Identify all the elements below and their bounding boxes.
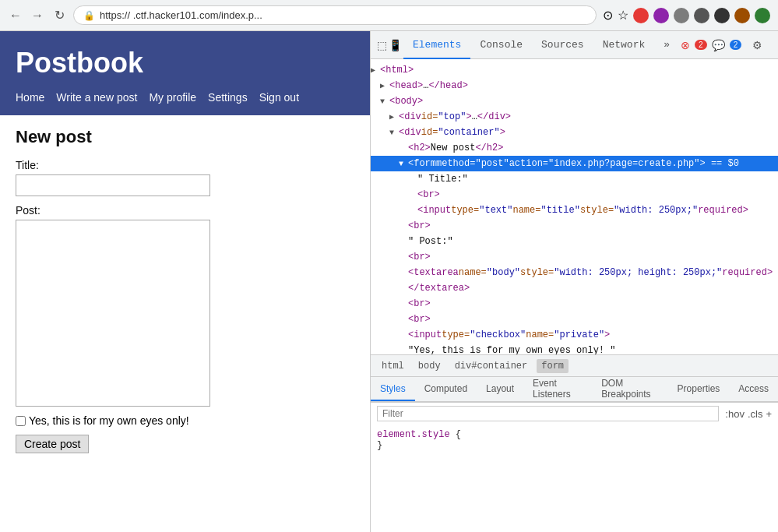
filter-input[interactable] xyxy=(377,406,719,421)
devtools-tabs: Elements Console Sources Network » xyxy=(403,31,679,58)
tab-styles[interactable]: Styles xyxy=(371,377,415,401)
inspect-element-button[interactable]: ⬚ xyxy=(377,34,387,56)
breadcrumb-body[interactable]: body xyxy=(414,359,445,373)
error-count: 2 xyxy=(695,40,707,50)
tab-computed[interactable]: Computed xyxy=(415,377,477,401)
nav-sign-out[interactable]: Sign out xyxy=(259,91,299,104)
devtools-topbar: ⬚ 📱 Elements Console Sources Network » ⊗… xyxy=(371,31,778,59)
breadcrumb-container[interactable]: div#container xyxy=(450,359,533,373)
message-count: 2 xyxy=(730,40,742,50)
html-line-input-title[interactable]: <input type="text" name="title" style="w… xyxy=(371,203,778,218)
expand-arrow[interactable]: ▶ xyxy=(380,80,389,92)
html-line-br3[interactable]: <br> xyxy=(371,249,778,265)
submit-button[interactable]: Create post xyxy=(16,435,89,453)
private-checkbox[interactable] xyxy=(16,416,26,426)
tab-console[interactable]: Console xyxy=(470,32,532,59)
avatar-6 xyxy=(734,8,750,23)
tab-event-listeners[interactable]: Event Listeners xyxy=(523,377,592,401)
html-line-eyes-text[interactable]: "Yes, this is for my own eyes only! " xyxy=(371,343,778,354)
title-input[interactable] xyxy=(16,174,210,196)
tab-sources[interactable]: Sources xyxy=(532,32,593,59)
expand-arrow[interactable]: ▶ xyxy=(389,111,399,123)
avatar-2 xyxy=(653,8,669,23)
new-post-form: Title: Post: Yes, this is for my own eye… xyxy=(16,159,354,453)
device-toolbar-button[interactable]: 📱 xyxy=(389,34,402,56)
site-header: Postbook Home Write a new post My profil… xyxy=(0,31,370,115)
devtools-bottom: Styles Computed Layout Event Listeners D… xyxy=(371,376,778,532)
style-rule-close: } xyxy=(377,440,772,451)
lock-icon: 🔒 xyxy=(83,10,95,21)
add-style-button[interactable]: + xyxy=(766,408,772,420)
devtools-panel: ⬚ 📱 Elements Console Sources Network » ⊗… xyxy=(370,31,778,532)
html-line-br2[interactable]: <br> xyxy=(371,218,778,234)
page-heading: New post xyxy=(16,127,354,147)
post-label: Post: xyxy=(16,204,354,217)
site-title: Postbook xyxy=(16,47,354,79)
expand-arrow[interactable]: ▼ xyxy=(399,158,408,170)
tab-properties[interactable]: Properties xyxy=(668,377,730,401)
hov-button[interactable]: :hov xyxy=(725,408,745,420)
error-badge-group: ⊗ 2 xyxy=(681,39,707,51)
tab-more[interactable]: » xyxy=(654,32,679,59)
bottom-tabs: Styles Computed Layout Event Listeners D… xyxy=(371,377,778,402)
html-tree[interactable]: ▶ <html> ▶ <head>…</head> ▼ <body> ▶ <di… xyxy=(371,59,778,354)
html-line-h2[interactable]: <h2>New post</h2> xyxy=(371,140,778,156)
tab-dom-breakpoints[interactable]: DOM Breakpoints xyxy=(592,377,667,401)
checkbox-row: Yes, this is for my own eyes only! xyxy=(16,414,354,427)
html-line-form[interactable]: ▼ <form method="post" action="index.php?… xyxy=(371,156,778,171)
avatar-4 xyxy=(694,8,709,23)
nav-settings[interactable]: Settings xyxy=(208,91,248,104)
nav-home[interactable]: Home xyxy=(16,91,44,104)
nav-my-profile[interactable]: My profile xyxy=(149,91,196,104)
checkbox-label: Yes, this is for my own eyes only! xyxy=(29,414,189,427)
html-line-post-text[interactable]: " Post:" xyxy=(371,234,778,249)
tab-elements[interactable]: Elements xyxy=(403,32,470,59)
style-rule-element: element.style { xyxy=(377,429,772,440)
expand-arrow[interactable]: ▼ xyxy=(389,127,399,139)
more-options-button[interactable]: ⋮ xyxy=(773,34,778,56)
browser-chrome: ← → ↻ 🔒 https:// .ctf.hacker101.com/inde… xyxy=(0,0,778,31)
breadcrumb-form[interactable]: form xyxy=(537,359,569,373)
back-button[interactable]: ← xyxy=(8,8,23,23)
tab-access[interactable]: Access xyxy=(729,377,778,401)
html-line-body[interactable]: ▼ <body> xyxy=(371,93,778,109)
website-panel: Postbook Home Write a new post My profil… xyxy=(0,31,370,532)
html-line-textarea-close[interactable]: </textarea> xyxy=(371,280,778,296)
main-area: Postbook Home Write a new post My profil… xyxy=(0,31,778,532)
nav-write-post[interactable]: Write a new post xyxy=(56,91,137,104)
cls-button[interactable]: .cls xyxy=(748,408,763,420)
site-nav: Home Write a new post My profile Setting… xyxy=(16,91,354,104)
settings-button[interactable]: ⚙ xyxy=(746,34,768,56)
address-bar[interactable]: 🔒 https:// .ctf.hacker101.com/index.p... xyxy=(73,5,597,25)
post-textarea[interactable] xyxy=(16,220,210,407)
expand-arrow[interactable]: ▶ xyxy=(371,65,380,76)
devtools-breadcrumb: html body div#container form xyxy=(371,354,778,376)
tab-network[interactable]: Network xyxy=(593,32,655,59)
html-line-checkbox[interactable]: <input type="checkbox" name="private"> xyxy=(371,327,778,343)
site-content: New post Title: Post: Yes, this is for m… xyxy=(0,115,370,465)
filter-bar: :hov .cls + xyxy=(371,402,778,425)
share-icon[interactable]: ⊙ xyxy=(603,8,613,23)
html-line-br1[interactable]: <br> xyxy=(371,187,778,203)
html-line-html[interactable]: ▶ <html> xyxy=(371,62,778,78)
title-label: Title: xyxy=(16,159,354,171)
tab-layout[interactable]: Layout xyxy=(477,377,523,401)
html-line-head[interactable]: ▶ <head>…</head> xyxy=(371,78,778,93)
html-line-br5[interactable]: <br> xyxy=(371,312,778,327)
html-line-textarea[interactable]: <textarea name="body" style="width: 250p… xyxy=(371,265,778,280)
styles-content: element.style { } xyxy=(371,425,778,532)
refresh-button[interactable]: ↻ xyxy=(51,8,67,23)
html-line-div-top[interactable]: ▶ <div id="top">…</div> xyxy=(371,109,778,125)
address-text: https:// .ctf.hacker101.com/index.p... xyxy=(100,9,586,21)
html-line-br4[interactable]: <br> xyxy=(371,296,778,312)
html-line-div-container[interactable]: ▼ <div id="container"> xyxy=(371,125,778,140)
avatar-5 xyxy=(714,8,730,23)
avatar-7 xyxy=(755,8,770,23)
expand-arrow[interactable]: ▼ xyxy=(380,96,389,107)
message-icon: 💬 xyxy=(712,39,725,51)
browser-icons: ⊙ ☆ xyxy=(603,8,770,23)
html-line-title-text[interactable]: " Title:" xyxy=(371,171,778,187)
forward-button[interactable]: → xyxy=(30,8,45,23)
bookmark-icon[interactable]: ☆ xyxy=(618,8,628,23)
breadcrumb-html[interactable]: html xyxy=(377,359,409,373)
